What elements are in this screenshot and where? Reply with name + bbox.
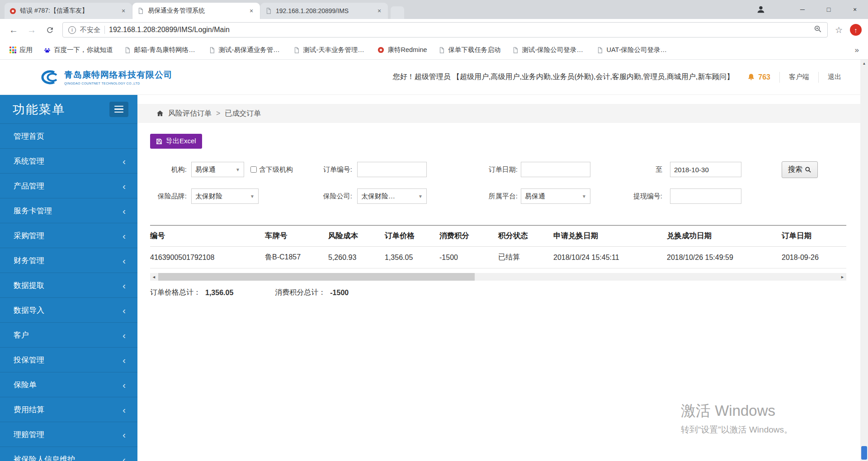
- org-select[interactable]: 易保通▼: [191, 161, 244, 178]
- info-icon[interactable]: i: [68, 26, 76, 34]
- search-button[interactable]: 搜索: [782, 161, 818, 178]
- scrollbar-thumb[interactable]: [158, 273, 475, 281]
- sidebar-item-product[interactable]: 产品管理 ‹: [0, 174, 137, 198]
- brand-select[interactable]: 太保财险▼: [191, 188, 259, 204]
- dropdown-icon: ▼: [418, 194, 423, 199]
- table-header: 申请兑换日期: [553, 226, 667, 247]
- reload-button[interactable]: [42, 23, 57, 37]
- price-total-label: 订单价格总计：: [150, 288, 201, 297]
- order-no-input-wrap: [357, 161, 427, 178]
- sidebar-title-text: 功能菜单: [13, 101, 65, 118]
- notification-button[interactable]: 763: [747, 73, 770, 81]
- chevron-left-icon: ‹: [123, 206, 126, 216]
- close-button[interactable]: ×: [842, 0, 868, 19]
- browser-tab-1[interactable]: 错误 #787:【信通车友】 ×: [5, 3, 132, 19]
- scroll-left-icon[interactable]: ◄: [150, 273, 158, 281]
- breadcrumb-separator: >: [216, 109, 220, 118]
- sidebar-item-data-import[interactable]: 数据导入 ‹: [0, 298, 137, 323]
- minimize-button[interactable]: ─: [789, 0, 816, 19]
- document-icon: [208, 47, 216, 54]
- bookmark-label: 测试-易保通业务管理系统: [219, 46, 282, 54]
- redmine-icon: [377, 47, 385, 54]
- scrollbar-thumb[interactable]: [861, 446, 867, 460]
- chevron-left-icon: ‹: [123, 281, 126, 290]
- bookmark-policy-download[interactable]: 保单下载任务启动: [434, 44, 505, 56]
- apps-grid-icon: [9, 47, 16, 53]
- download-extension-icon[interactable]: ↑: [850, 24, 862, 36]
- insurer-select[interactable]: 太保财险航运▼: [357, 188, 427, 204]
- cell-plate-no: 鲁B-C1857: [265, 247, 328, 268]
- bookmark-redmine[interactable]: 康特Redmine: [373, 44, 431, 56]
- bookmark-test-tf[interactable]: 测试-天丰业务管理系统: [289, 44, 371, 56]
- document-icon: [137, 7, 144, 14]
- site-header: 青岛康特网络科技有限公司 QINGDAO COUNTNET TECHNOLOGY…: [0, 60, 860, 95]
- tab-close-icon[interactable]: ×: [119, 7, 127, 15]
- breadcrumb: 风险评估订单 > 已成交订单: [137, 104, 860, 123]
- bookmark-star-icon[interactable]: ☆: [833, 25, 844, 35]
- divider: [779, 72, 780, 83]
- horizontal-scrollbar[interactable]: ◄ ►: [150, 273, 846, 281]
- document-icon: [293, 47, 300, 54]
- tab-close-icon[interactable]: ×: [375, 7, 383, 15]
- new-tab-button[interactable]: [391, 6, 404, 19]
- browser-tab-2[interactable]: 易保通业务管理系统 ×: [132, 3, 260, 19]
- search-button-wrap: 搜索: [782, 161, 818, 178]
- scroll-up-icon[interactable]: ▲: [860, 60, 868, 67]
- platform-select[interactable]: 易保通▼: [521, 188, 590, 204]
- menu-toggle-icon[interactable]: [109, 102, 128, 117]
- chevron-left-icon: ‹: [123, 181, 126, 191]
- breadcrumb-level1[interactable]: 风险评估订单: [168, 109, 212, 118]
- forward-button[interactable]: →: [24, 23, 39, 37]
- table-header: 消费积分: [439, 226, 498, 247]
- profile-icon[interactable]: [749, 0, 773, 19]
- browser-tab-3[interactable]: 192.168.1.208:20899/IMS ×: [260, 3, 388, 19]
- cell-risk-cost: 5,260.93: [328, 247, 385, 268]
- sidebar-item-customer[interactable]: 客户 ‹: [0, 323, 137, 348]
- maximize-button[interactable]: □: [816, 0, 842, 19]
- bookmark-mail[interactable]: 邮箱-青岛康特网络科技: [120, 44, 202, 56]
- export-excel-button[interactable]: 导出Excel: [150, 134, 202, 149]
- sidebar-item-insured-info[interactable]: 被保险人信息维护 ‹: [0, 447, 137, 461]
- bookmark-label: 测试-保险公司登录系统: [522, 46, 585, 54]
- client-link[interactable]: 客户端: [789, 73, 809, 81]
- chevron-left-icon: ‹: [123, 430, 126, 439]
- back-button[interactable]: ←: [6, 23, 21, 37]
- sidebar-item-system[interactable]: 系统管理 ‹: [0, 149, 137, 174]
- zoom-icon[interactable]: [814, 25, 822, 35]
- bell-icon: [747, 73, 755, 81]
- sidebar-item-finance[interactable]: 财务管理 ‹: [0, 248, 137, 273]
- sidebar-item-service-card[interactable]: 服务卡管理 ‹: [0, 198, 137, 223]
- logo-mark: [36, 68, 60, 86]
- bookmark-uat-insurer-login[interactable]: UAT-保险公司登录系统: [592, 44, 674, 56]
- tab-close-icon[interactable]: ×: [247, 7, 255, 15]
- home-icon[interactable]: [156, 110, 164, 117]
- vertical-scrollbar[interactable]: ▲: [860, 60, 868, 461]
- order-date-to-input[interactable]: [670, 162, 741, 177]
- windows-activation-watermark: 激活 Windows 转到“设置”以激活 Windows。: [681, 401, 793, 436]
- bookmark-baidu[interactable]: 百度一下，你就知道: [39, 44, 117, 56]
- checkbox[interactable]: [250, 166, 257, 173]
- web-page: 青岛康特网络科技有限公司 QINGDAO COUNTNET TECHNOLOGY…: [0, 60, 860, 461]
- bookmark-apps[interactable]: 应用: [5, 44, 37, 56]
- bookmark-label: 应用: [19, 46, 33, 54]
- sidebar-item-home[interactable]: 管理首页: [0, 124, 137, 149]
- bookmarks-overflow-icon[interactable]: »: [851, 46, 863, 55]
- address-bar[interactable]: i 不安全 192.168.1.208:20899/IMS/Login/Main: [62, 22, 828, 38]
- sidebar-item-purchase[interactable]: 采购管理 ‹: [0, 223, 137, 248]
- order-no-input[interactable]: [357, 162, 427, 177]
- sidebar-item-claims[interactable]: 理赔管理 ‹: [0, 422, 137, 447]
- sidebar-item-insure-manage[interactable]: 投保管理 ‹: [0, 348, 137, 372]
- scroll-right-icon[interactable]: ►: [839, 273, 846, 281]
- withdraw-no-input[interactable]: [670, 188, 741, 204]
- table-row[interactable]: 4163900501792108 鲁B-C1857 5,260.93 1,356…: [150, 247, 846, 268]
- logout-link[interactable]: 退出: [828, 73, 841, 81]
- include-sub-org-checkbox[interactable]: 含下级机构: [250, 161, 293, 178]
- sidebar-item-data-extract[interactable]: 数据提取 ‹: [0, 273, 137, 298]
- sidebar-item-fee-settle[interactable]: 费用结算 ‹: [0, 397, 137, 422]
- divider: [818, 72, 819, 83]
- dropdown-icon: ▼: [582, 194, 586, 199]
- order-date-from-input[interactable]: [521, 162, 590, 177]
- bookmark-test-ybt[interactable]: 测试-易保通业务管理系统: [204, 44, 286, 56]
- bookmark-test-insurer-login[interactable]: 测试-保险公司登录系统: [508, 44, 590, 56]
- sidebar-item-policy[interactable]: 保险单 ‹: [0, 372, 137, 397]
